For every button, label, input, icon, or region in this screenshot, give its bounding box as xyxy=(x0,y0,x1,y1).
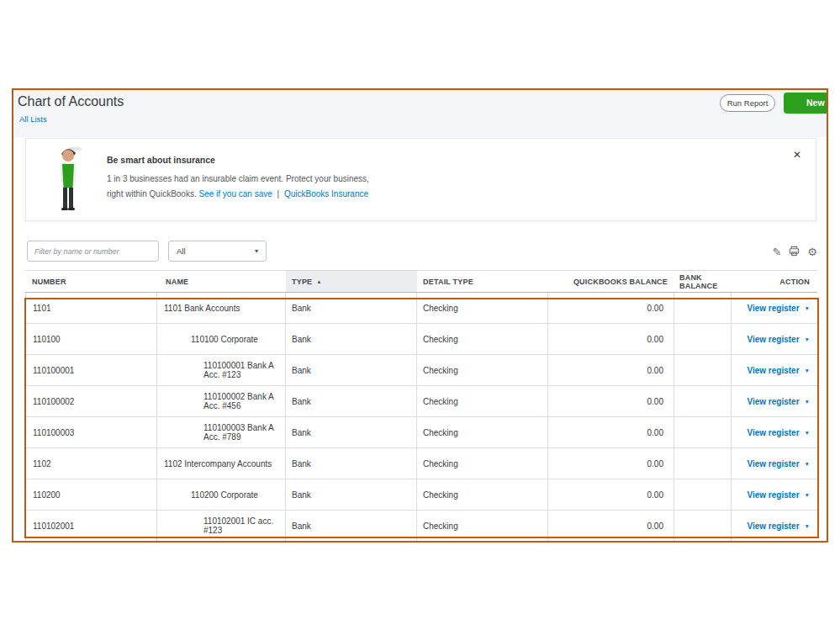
view-register-label: View register xyxy=(747,304,799,313)
account-type-cell: Bank xyxy=(286,511,417,541)
action-cell: View register ▼ xyxy=(732,417,817,447)
quickbooks-balance-cell: 0.00 xyxy=(548,293,674,323)
type-filter-dropdown[interactable]: All ▾ xyxy=(168,241,267,262)
header-type-sorted[interactable]: TYPE ▲ xyxy=(286,271,417,292)
table-row: 110100 110100 Corporate Bank Checking 0.… xyxy=(25,324,817,355)
quickbooks-balance-cell: 0.00 xyxy=(548,479,674,510)
header-name[interactable]: NAME xyxy=(157,271,286,292)
chevron-down-icon: ▾ xyxy=(255,247,258,255)
run-report-button[interactable]: Run Report xyxy=(720,94,775,112)
account-number-cell: 1102 xyxy=(25,448,157,479)
insurance-avatar-illustration xyxy=(51,146,85,216)
account-name-cell: 110100002 Bank A Acc. #456 xyxy=(157,386,286,416)
account-number-cell: 110100002 xyxy=(25,386,157,416)
header-action: ACTION xyxy=(732,271,817,292)
action-cell: View register ▼ xyxy=(732,293,817,323)
view-register-button[interactable]: View register ▼ xyxy=(747,459,810,469)
account-number-cell: 110102001 xyxy=(25,511,157,541)
table-header-row: NUMBER NAME TYPE ▲ DETAIL TYPE QUICKBOOK… xyxy=(25,270,817,293)
table-row: 110100001 110100001 Bank A Acc. #123 Ban… xyxy=(25,355,817,386)
header-bank-balance[interactable]: BANK BALANCE xyxy=(674,271,732,292)
print-icon[interactable] xyxy=(789,246,800,259)
filter-search-input[interactable] xyxy=(27,241,159,262)
table-row: 110200 110200 Corporate Bank Checking 0.… xyxy=(25,479,817,511)
new-button[interactable]: New xyxy=(784,93,828,114)
account-name-cell: 1102 Intercompany Accounts xyxy=(157,448,286,479)
banner-body-line2: right within QuickBooks. See if you can … xyxy=(107,189,368,199)
view-register-label: View register xyxy=(747,366,799,375)
account-detail-type-cell: Checking xyxy=(417,448,548,479)
table-row: 1102 1102 Intercompany Accounts Bank Che… xyxy=(25,448,817,479)
account-type-cell: Bank xyxy=(286,448,417,479)
header-detail-type[interactable]: DETAIL TYPE xyxy=(417,271,548,292)
account-detail-type-cell: Checking xyxy=(417,386,548,416)
account-detail-type-cell: Checking xyxy=(417,293,548,323)
view-register-button[interactable]: View register ▼ xyxy=(747,304,810,313)
page-title: Chart of Accounts xyxy=(18,94,124,109)
view-register-button[interactable]: View register ▼ xyxy=(747,521,810,531)
chevron-down-icon: ▼ xyxy=(805,523,810,529)
bank-balance-cell xyxy=(674,386,732,416)
action-cell: View register ▼ xyxy=(732,448,817,479)
view-register-button[interactable]: View register ▼ xyxy=(747,335,810,344)
account-number-cell: 110100 xyxy=(25,324,157,354)
header-number[interactable]: NUMBER xyxy=(25,271,157,292)
bank-balance-cell xyxy=(674,448,732,479)
view-register-button[interactable]: View register ▼ xyxy=(747,366,810,375)
account-type-cell: Bank xyxy=(286,324,417,354)
banner-link-divider: | xyxy=(277,189,280,199)
accounts-table: NUMBER NAME TYPE ▲ DETAIL TYPE QUICKBOOK… xyxy=(25,270,817,542)
view-register-button[interactable]: View register ▼ xyxy=(747,490,810,500)
quickbooks-balance-cell: 0.00 xyxy=(548,386,674,416)
edit-pencil-icon[interactable]: ✎ xyxy=(772,246,781,258)
action-cell: View register ▼ xyxy=(732,355,817,385)
table-row: 110100002 110100002 Bank A Acc. #456 Ban… xyxy=(25,386,817,417)
quickbooks-balance-cell: 0.00 xyxy=(548,511,674,541)
account-detail-type-cell: Checking xyxy=(417,511,548,541)
banner-body-line2-text: right within QuickBooks. xyxy=(107,189,197,199)
account-detail-type-cell: Checking xyxy=(417,355,548,385)
account-number-cell: 110100001 xyxy=(25,355,157,385)
action-cell: View register ▼ xyxy=(732,479,817,510)
header-quickbooks-balance[interactable]: QUICKBOOKS BALANCE xyxy=(548,271,674,292)
page-header: Chart of Accounts All Lists Run Report N… xyxy=(13,90,827,137)
chevron-down-icon: ▼ xyxy=(805,461,810,467)
account-number-cell: 110100003 xyxy=(25,417,157,447)
table-row: 1101 1101 Bank Accounts Bank Checking 0.… xyxy=(25,293,817,324)
view-register-button[interactable]: View register ▼ xyxy=(747,397,810,406)
view-register-label: View register xyxy=(747,335,799,344)
account-type-cell: Bank xyxy=(286,479,417,510)
all-lists-link[interactable]: All Lists xyxy=(19,114,47,124)
quickbooks-balance-cell: 0.00 xyxy=(548,448,674,479)
chevron-down-icon: ▼ xyxy=(805,336,810,342)
account-type-cell: Bank xyxy=(286,293,417,323)
banner-close-icon[interactable]: ✕ xyxy=(793,149,801,161)
quickbooks-balance-cell: 0.00 xyxy=(548,355,674,385)
type-filter-value: All xyxy=(177,246,186,256)
view-register-label: View register xyxy=(747,490,799,500)
account-name-cell: 110100 Corporate xyxy=(157,324,286,354)
chevron-down-icon: ▼ xyxy=(805,368,810,373)
quickbooks-insurance-link[interactable]: QuickBooks Insurance xyxy=(284,189,368,199)
account-number-cell: 1101 xyxy=(25,293,157,323)
see-if-you-can-save-link[interactable]: See if you can save xyxy=(199,189,272,199)
quickbooks-balance-cell: 0.00 xyxy=(548,417,674,447)
account-detail-type-cell: Checking xyxy=(417,417,548,447)
view-register-button[interactable]: View register ▼ xyxy=(747,428,810,437)
chevron-down-icon: ▼ xyxy=(805,305,810,311)
view-register-label: View register xyxy=(747,521,799,531)
bank-balance-cell xyxy=(674,355,732,385)
gear-icon[interactable]: ⚙ xyxy=(807,246,817,258)
header-type-label: TYPE xyxy=(292,278,312,286)
account-name-cell: 110102001 IC acc. #123 xyxy=(157,511,286,541)
account-number-cell: 110200 xyxy=(25,479,157,510)
account-type-cell: Bank xyxy=(286,386,417,416)
bank-balance-cell xyxy=(674,417,732,447)
bank-balance-cell xyxy=(674,479,732,510)
chevron-down-icon: ▼ xyxy=(805,399,810,405)
account-name-cell: 1101 Bank Accounts xyxy=(157,293,286,323)
table-toolbar: ✎ ⚙ xyxy=(772,246,817,259)
account-type-cell: Bank xyxy=(286,417,417,447)
bank-balance-cell xyxy=(674,324,732,354)
account-type-cell: Bank xyxy=(286,355,417,385)
